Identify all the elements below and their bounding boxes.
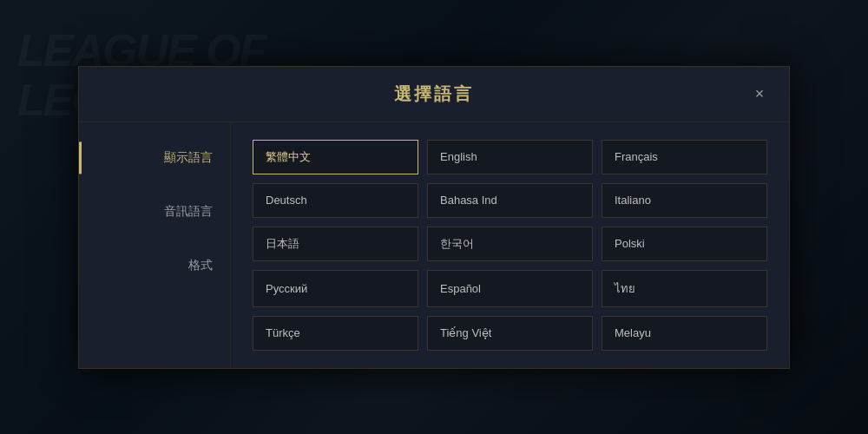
sidebar-item-voice[interactable]: 音訊語言 xyxy=(79,185,230,239)
modal: 選擇語言 × 顯示語言音訊語言格式 繁體中文EnglishFrançaisDeu… xyxy=(78,66,790,369)
language-option-id[interactable]: Bahasa Ind xyxy=(427,183,593,218)
language-option-de[interactable]: Deutsch xyxy=(253,183,418,218)
language-option-ru[interactable]: Русский xyxy=(253,270,418,307)
modal-title: 選擇語言 xyxy=(394,82,474,106)
sidebar-item-format[interactable]: 格式 xyxy=(79,239,230,293)
modal-wrapper: 選擇語言 × 顯示語言音訊語言格式 繁體中文EnglishFrançaisDeu… xyxy=(0,0,868,434)
sidebar: 顯示語言音訊語言格式 xyxy=(79,122,231,368)
language-option-ms[interactable]: Melayu xyxy=(602,316,767,351)
modal-header: 選擇語言 × xyxy=(79,67,789,122)
content-area: 繁體中文EnglishFrançaisDeutschBahasa IndItal… xyxy=(231,122,789,368)
language-option-zh-tw[interactable]: 繁體中文 xyxy=(253,140,418,174)
sidebar-item-display[interactable]: 顯示語言 xyxy=(79,131,230,185)
language-option-en[interactable]: English xyxy=(427,140,593,174)
language-option-tr[interactable]: Türkçe xyxy=(253,316,418,351)
language-option-vi[interactable]: Tiếng Việt xyxy=(427,316,593,351)
language-option-ja[interactable]: 日本語 xyxy=(253,227,418,261)
language-option-pl[interactable]: Polski xyxy=(602,227,767,261)
language-grid: 繁體中文EnglishFrançaisDeutschBahasa IndItal… xyxy=(253,140,767,351)
language-option-es[interactable]: Español xyxy=(427,270,593,307)
language-option-fr[interactable]: Français xyxy=(602,140,767,174)
close-button[interactable]: × xyxy=(747,82,772,106)
language-option-th[interactable]: ไทย xyxy=(602,270,767,307)
language-option-it[interactable]: Italiano xyxy=(602,183,767,218)
modal-body: 顯示語言音訊語言格式 繁體中文EnglishFrançaisDeutschBah… xyxy=(79,122,789,368)
language-option-ko[interactable]: 한국어 xyxy=(427,227,593,261)
